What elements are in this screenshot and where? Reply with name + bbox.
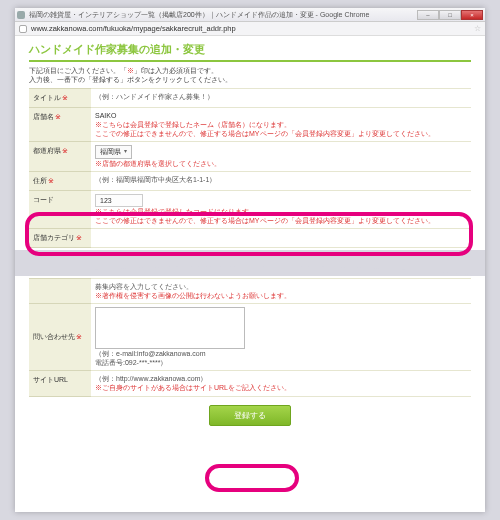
chevron-down-icon: ▾: [124, 148, 127, 156]
cell-addr[interactable]: （例：福岡県福岡市中央区大名1-1-1）: [91, 171, 471, 190]
value-shop: SAIKO: [95, 111, 467, 120]
maximize-button[interactable]: □: [439, 10, 461, 20]
textarea-contact[interactable]: [95, 307, 245, 349]
page-break: [15, 250, 485, 276]
label-desc: [29, 278, 91, 303]
note-code-2: ここでの修正はできませんので、修正する場合はMYページの「会員登録内容変更」より…: [95, 216, 467, 225]
note-pref: ※店舗の都道府県を選択してください。: [95, 159, 467, 168]
note-url: ※ご自身のサイトがある場合はサイトURLをご記入ください。: [95, 383, 467, 392]
address-bar[interactable]: www.zakkanowa.com/fukuoka/mypage/sakkare…: [15, 22, 485, 36]
cell-contact: （例：e-mail:info@zakkanowa.com 電話番号:092-**…: [91, 304, 471, 371]
cell-pref: 福岡県 ▾ ※店舗の都道府県を選択してください。: [91, 142, 471, 171]
cell-url[interactable]: （例：http://www.zakkanowa.com） ※ご自身のサイトがある…: [91, 371, 471, 396]
cell-title[interactable]: （例：ハンドメイド作家さん募集！）: [91, 89, 471, 108]
label-url: サイトURL: [29, 371, 91, 396]
note-shop-1: ※こちらは会員登録で登録したネーム（店舗名）になります。: [95, 120, 467, 129]
hint-desc: 募集内容を入力してください。: [95, 282, 467, 291]
select-pref[interactable]: 福岡県 ▾: [95, 145, 132, 158]
label-addr: 住所※: [29, 171, 91, 190]
window-title: 福岡の雑貨屋・インテリアショップ一覧（掲載店200件）｜ハンドメイド作品の追加・…: [29, 10, 417, 20]
instructions: 下記項目にご入力ください。「※」印は入力必須項目です。 入力後、一番下の「登録す…: [29, 66, 471, 84]
label-shop: 店舗名※: [29, 108, 91, 142]
address-url[interactable]: www.zakkanowa.com/fukuoka/mypage/sakkare…: [31, 24, 470, 33]
note-shop-2: ここでの修正はできませんので、修正する場合はMYページの「会員登録内容変更」より…: [95, 129, 467, 138]
hint-contact-1: （例：e-mail:info@zakkanowa.com: [95, 349, 467, 358]
minimize-button[interactable]: –: [417, 10, 439, 20]
cell-desc: 募集内容を入力してください。 ※著作権を侵害する画像の公開は行わないようお願いし…: [91, 278, 471, 303]
hint-addr: （例：福岡県福岡市中央区大名1-1-1）: [95, 176, 216, 183]
favicon: [17, 11, 25, 19]
label-category: 店舗カテゴリ※: [29, 228, 91, 247]
bookmark-star-icon[interactable]: ☆: [474, 24, 481, 33]
label-pref: 都道府県※: [29, 142, 91, 171]
page-title: ハンドメイド作家募集の追加・変更: [29, 42, 471, 62]
value-code: 123: [95, 194, 143, 207]
close-button[interactable]: ×: [461, 10, 483, 20]
cell-category[interactable]: [91, 228, 471, 247]
form-lower: 募集内容を入力してください。 ※著作権を侵害する画像の公開は行わないようお願いし…: [29, 278, 471, 397]
note-desc: ※著作権を侵害する画像の公開は行わないようお願いします。: [95, 291, 467, 300]
window-titlebar: 福岡の雑貨屋・インテリアショップ一覧（掲載店200件）｜ハンドメイド作品の追加・…: [15, 8, 485, 22]
label-contact: 問い合わせ先※: [29, 304, 91, 371]
hint-contact-2: 電話番号:092-***-****）: [95, 358, 467, 367]
cell-shop: SAIKO ※こちらは会員登録で登録したネーム（店舗名）になります。 ここでの修…: [91, 108, 471, 142]
hint-title: （例：ハンドメイド作家さん募集！）: [95, 93, 214, 100]
label-title: タイトル※: [29, 89, 91, 108]
hint-url: （例：http://www.zakkanowa.com）: [95, 374, 467, 383]
submit-button[interactable]: 登録する: [209, 405, 291, 426]
form-upper: タイトル※ （例：ハンドメイド作家さん募集！） 店舗名※ SAIKO ※こちらは…: [29, 88, 471, 248]
submit-row: 登録する: [29, 397, 471, 430]
note-code-1: ※こちらは会員登録で登録したコードになります。: [95, 207, 467, 216]
select-pref-value: 福岡県: [100, 147, 121, 156]
label-code: コード: [29, 190, 91, 228]
cell-code: 123 ※こちらは会員登録で登録したコードになります。 ここでの修正はできません…: [91, 190, 471, 228]
page-icon: [19, 25, 27, 33]
